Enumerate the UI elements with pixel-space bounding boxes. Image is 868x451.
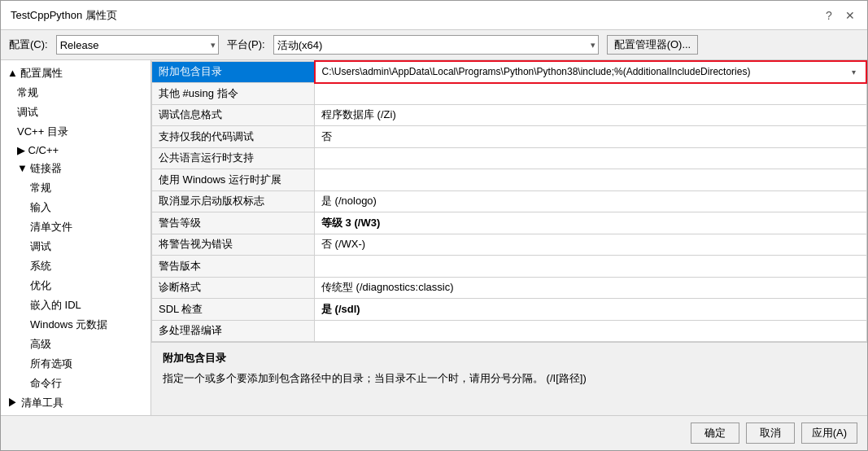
prop-name-cell: 使用 Windows 运行时扩展	[152, 169, 315, 191]
linker-idl-label: 嵌入的 IDL	[30, 298, 81, 313]
prop-name-cell: 调试信息格式	[152, 104, 315, 126]
config-manager-button[interactable]: 配置管理器(O)...	[607, 35, 699, 55]
prop-value-cell: 程序数据库 (/Zi)	[315, 104, 867, 126]
table-row: 警告版本	[152, 256, 867, 278]
prop-value-cell	[315, 147, 867, 169]
sidebar-item-vc-dirs[interactable]: VC++ 目录	[1, 122, 150, 142]
platform-label: 平台(P):	[227, 37, 265, 52]
linker-all-label: 所有选项	[30, 357, 72, 371]
prop-name-cell: 支持仅我的代码调试	[152, 126, 315, 148]
main-content: ▲ 配置属性 常规 调试 VC++ 目录 ▶ C/C++ ▼ 链接器 常规 输入	[1, 60, 867, 415]
prop-value-dropdown-button[interactable]: ▾	[848, 68, 859, 77]
prop-value-cell	[315, 320, 867, 342]
prop-name-cell: 取消显示启动版权标志	[152, 190, 315, 212]
sidebar-item-linker-cmdline[interactable]: 命令行	[1, 374, 150, 393]
manifest-tool-label: ▶ 清单工具	[7, 396, 63, 410]
general-label: 常规	[17, 85, 38, 100]
sidebar-item-linker-debug[interactable]: 调试	[1, 237, 150, 256]
prop-value-cell: 是 (/sdl)	[315, 299, 867, 321]
apply-button[interactable]: 应用(A)	[801, 423, 857, 444]
sidebar-item-linker-manifest[interactable]: 清单文件	[1, 217, 150, 237]
table-row: 公共语言运行时支持	[152, 147, 867, 169]
property-pages-dialog: TestCppPython 属性页 ? ✕ 配置(C): Release 平台(…	[0, 0, 868, 451]
sidebar-item-manifest-tool[interactable]: ▶ 清单工具	[1, 393, 150, 413]
linker-debug-label: 调试	[30, 239, 51, 254]
prop-name-cell: 多处理器编译	[152, 320, 315, 342]
prop-name-cell: 其他 #using 指令	[152, 83, 315, 105]
config-label: 配置(C):	[9, 37, 48, 52]
description-panel: 附加包含目录 指定一个或多个要添加到包含路径中的目录；当目录不止一个时，请用分号…	[151, 342, 867, 415]
title-buttons: ? ✕	[822, 8, 857, 23]
config-select-wrapper: Release	[56, 35, 219, 55]
close-button[interactable]: ✕	[843, 8, 857, 23]
table-row: 警告等级等级 3 (/W3)	[152, 212, 867, 234]
linker-manifest-label: 清单文件	[30, 220, 72, 234]
prop-name-cell: 将警告视为错误	[152, 234, 315, 256]
linker-cmdline-label: 命令行	[30, 376, 62, 391]
right-panel: 附加包含目录C:\Users\admin\AppData\Local\Progr…	[151, 60, 867, 415]
platform-select-wrapper: 活动(x64)	[273, 35, 599, 55]
table-row: 使用 Windows 运行时扩展	[152, 169, 867, 191]
ok-button[interactable]: 确定	[691, 423, 739, 444]
properties-table: 附加包含目录C:\Users\admin\AppData\Local\Progr…	[151, 60, 867, 342]
sidebar-item-cpp[interactable]: ▶ C/C++	[1, 142, 150, 159]
prop-value-cell: 传统型 (/diagnostics:classic)	[315, 277, 867, 299]
linker-input-label: 输入	[30, 200, 51, 215]
prop-name-cell: 诊断格式	[152, 277, 315, 299]
cancel-button[interactable]: 取消	[746, 423, 795, 444]
linker-optimize-label: 优化	[30, 278, 51, 293]
sidebar-item-linker-idl[interactable]: 嵌入的 IDL	[1, 296, 150, 315]
table-row: 附加包含目录C:\Users\admin\AppData\Local\Progr…	[152, 61, 867, 83]
sidebar-item-linker[interactable]: ▼ 链接器	[1, 159, 150, 178]
prop-value-cell	[315, 83, 867, 105]
sidebar-item-debug[interactable]: 调试	[1, 103, 150, 122]
linker-advanced-label: 高级	[30, 337, 51, 352]
table-row: 诊断格式传统型 (/diagnostics:classic)	[152, 277, 867, 299]
sidebar-item-linker-system[interactable]: 系统	[1, 256, 150, 276]
sidebar-item-config-props[interactable]: ▲ 配置属性	[1, 63, 150, 83]
config-props-label: ▲ 配置属性	[7, 66, 63, 81]
table-row: 调试信息格式程序数据库 (/Zi)	[152, 104, 867, 126]
prop-value-cell[interactable]: C:\Users\admin\AppData\Local\Programs\Py…	[315, 61, 867, 83]
dialog-title: TestCppPython 属性页	[11, 8, 117, 23]
prop-value-cell: 否 (/WX-)	[315, 234, 867, 256]
bottom-buttons: 确定 取消 应用(A)	[1, 415, 867, 450]
linker-general-label: 常规	[30, 181, 51, 195]
sidebar-item-linker-general[interactable]: 常规	[1, 178, 150, 198]
linker-system-label: 系统	[30, 259, 51, 274]
toolbar: 配置(C): Release 平台(P): 活动(x64) 配置管理器(O)..…	[1, 30, 867, 60]
linker-label: ▼ 链接器	[17, 161, 62, 176]
platform-select[interactable]: 活动(x64)	[273, 35, 599, 55]
sidebar-item-general[interactable]: 常规	[1, 83, 150, 103]
sidebar-item-linker-optimize[interactable]: 优化	[1, 276, 150, 296]
prop-value-cell: 否	[315, 126, 867, 148]
sidebar-item-linker-advanced[interactable]: 高级	[1, 335, 150, 354]
title-bar: TestCppPython 属性页 ? ✕	[1, 1, 867, 30]
prop-value-cell	[315, 256, 867, 278]
description-title: 附加包含目录	[163, 351, 856, 366]
sidebar: ▲ 配置属性 常规 调试 VC++ 目录 ▶ C/C++ ▼ 链接器 常规 输入	[1, 60, 151, 415]
config-select[interactable]: Release	[56, 35, 219, 55]
linker-winmeta-label: Windows 元数据	[30, 317, 107, 332]
prop-name-cell: 警告版本	[152, 256, 315, 278]
sidebar-item-linker-input[interactable]: 输入	[1, 198, 150, 217]
vc-dirs-label: VC++ 目录	[17, 125, 68, 139]
help-button[interactable]: ?	[822, 8, 836, 23]
prop-name-cell: 警告等级	[152, 212, 315, 234]
prop-value-cell: 是 (/nologo)	[315, 190, 867, 212]
prop-value-cell	[315, 169, 867, 191]
table-row: 其他 #using 指令	[152, 83, 867, 105]
table-row: 将警告视为错误否 (/WX-)	[152, 234, 867, 256]
prop-value-cell: 等级 3 (/W3)	[315, 212, 867, 234]
description-text: 指定一个或多个要添加到包含路径中的目录；当目录不止一个时，请用分号分隔。 (/I…	[163, 370, 856, 387]
prop-name-cell: 公共语言运行时支持	[152, 147, 315, 169]
sidebar-item-linker-winmeta[interactable]: Windows 元数据	[1, 315, 150, 335]
table-row: 多处理器编译	[152, 320, 867, 342]
table-row: 支持仅我的代码调试否	[152, 126, 867, 148]
sidebar-item-linker-all[interactable]: 所有选项	[1, 354, 150, 374]
cpp-label: ▶ C/C++	[17, 144, 59, 156]
debug-label: 调试	[17, 105, 38, 120]
table-row: 取消显示启动版权标志是 (/nologo)	[152, 190, 867, 212]
prop-name-cell: 附加包含目录	[152, 61, 315, 83]
prop-value-text: C:\Users\admin\AppData\Local\Programs\Py…	[322, 66, 849, 77]
